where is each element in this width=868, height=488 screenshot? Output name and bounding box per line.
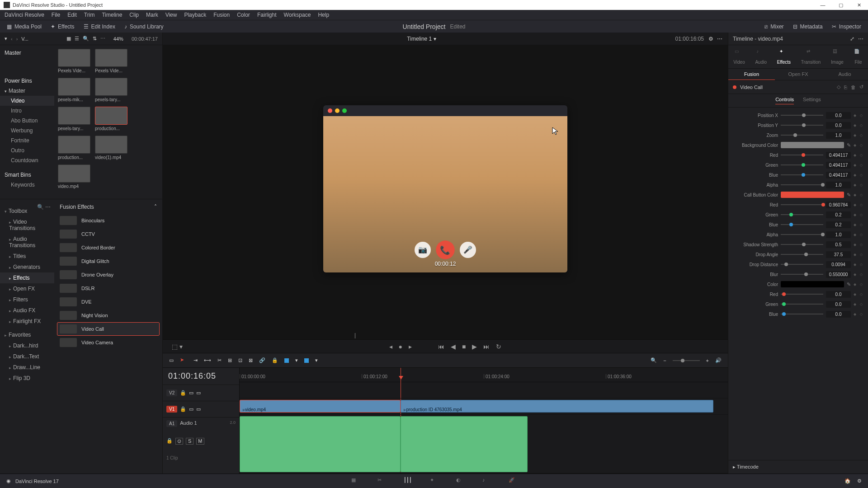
inspector-tab-transition[interactable]: ⇄Transition xyxy=(801,49,821,65)
param-position-x[interactable]: Position X0.0◆◇ xyxy=(733,110,863,120)
menu-workspace[interactable]: Workspace xyxy=(284,12,311,18)
ctrl-tab-controls[interactable]: Controls xyxy=(775,97,794,104)
track-header-v2[interactable]: V2 🔒 ▭ ▭ xyxy=(163,385,239,401)
ctrl-tab-settings[interactable]: Settings xyxy=(803,97,821,104)
zoom-slider[interactable] xyxy=(673,360,700,361)
param-red[interactable]: Red0.0◆◇ xyxy=(733,289,863,299)
effect-enable-dot[interactable] xyxy=(733,85,736,89)
menu-davinci-resolve[interactable]: DaVinci Resolve xyxy=(5,12,44,18)
fx-fav-item[interactable]: Draw...Line xyxy=(0,362,54,373)
dynamic-trim-icon[interactable]: ⟷ xyxy=(204,357,211,363)
marker-icon[interactable] xyxy=(304,358,309,363)
param-blur[interactable]: Blur0.550000◆◇ xyxy=(733,269,863,279)
param-zoom[interactable]: Zoom1.0◆◇ xyxy=(733,130,863,140)
clip-item[interactable]: Pexels Vide... xyxy=(95,49,127,73)
fx-cat-audio-fx[interactable]: Audio FX xyxy=(0,305,54,316)
timeline-clip-production[interactable]: ▹production ID 4763035.mp4 xyxy=(401,400,713,413)
trim-tool-icon[interactable]: ⇥ xyxy=(193,357,198,363)
param-red[interactable]: Red0.960784◆◇ xyxy=(733,200,863,210)
link-icon[interactable]: 🔗 xyxy=(259,357,265,363)
menu-fusion[interactable]: Fusion xyxy=(213,12,230,18)
page-cut-icon[interactable]: ✂ xyxy=(377,477,386,485)
timeline-audio-clip-2[interactable] xyxy=(401,416,528,472)
effect-trash-icon[interactable]: 🗑 xyxy=(851,84,856,90)
blade-tool-icon[interactable]: ✂ xyxy=(217,357,222,363)
menu-fairlight[interactable]: Fairlight xyxy=(257,12,277,18)
bin-fortnite[interactable]: Fortnite xyxy=(0,136,54,145)
page-color-icon[interactable]: ◐ xyxy=(456,477,464,485)
fx-cat-video-transitions[interactable]: Video Transitions xyxy=(0,216,54,234)
fx-item-night-vision[interactable]: Night Vision xyxy=(57,309,160,322)
clip-item[interactable]: pexels-mik... xyxy=(58,78,90,102)
param-call-button-color[interactable]: Call Button Color✎◆◇ xyxy=(733,190,863,200)
fx-item-drone-overlay[interactable]: Drone Overlay xyxy=(57,268,160,282)
subtab-audio[interactable]: Audio xyxy=(821,69,868,80)
step-back-icon[interactable]: ◀ xyxy=(451,343,456,350)
track-header-v1[interactable]: V1 🔒▭▭ xyxy=(163,401,239,417)
fx-fav-item[interactable]: Dark...Text xyxy=(0,351,54,362)
fx-item-cctv[interactable]: CCTV xyxy=(57,227,160,241)
tl-view-icon[interactable]: ▭ xyxy=(169,357,174,363)
fx-cat-audio-transitions[interactable]: Audio Transitions xyxy=(0,234,54,251)
bin-abo button[interactable]: Abo Button xyxy=(0,116,54,126)
fx-cat-effects[interactable]: Effects xyxy=(0,272,54,283)
effect-keyframe-icon[interactable]: ◇ xyxy=(837,84,840,90)
param-green[interactable]: Green0.494117◆◇ xyxy=(733,160,863,170)
fx-cat-fairlight-fx[interactable]: Fairlight FX xyxy=(0,316,54,327)
bin-outro[interactable]: Outro xyxy=(0,145,54,155)
smart-bin-keywords[interactable]: Keywords xyxy=(0,180,54,190)
timeline-audio-clip-1[interactable] xyxy=(240,416,401,472)
zoom-in-icon[interactable]: + xyxy=(706,358,709,363)
effect-versions-icon[interactable]: ⎘ xyxy=(844,84,847,90)
mark-icon[interactable]: ● xyxy=(399,343,402,350)
edit-index-toggle[interactable]: ☰Edit Index xyxy=(84,23,115,30)
viewer-menu-icon[interactable]: ⋯ xyxy=(717,36,722,42)
insert-icon[interactable]: ⊞ xyxy=(228,357,232,363)
page-deliver-icon[interactable]: 🚀 xyxy=(509,477,517,485)
go-start-icon[interactable]: ⏮ xyxy=(438,343,444,350)
fx-list-collapse-icon[interactable]: ˄ xyxy=(154,204,157,210)
menu-mark[interactable]: Mark xyxy=(146,12,158,18)
timeline-name[interactable]: Timeline 1 xyxy=(407,36,432,42)
page-fusion-icon[interactable]: ✦ xyxy=(430,477,438,485)
home-icon[interactable]: 🏠 xyxy=(844,478,851,484)
menu-help[interactable]: Help xyxy=(318,12,329,18)
menu-file[interactable]: File xyxy=(52,12,60,18)
timecode-section[interactable]: ▸ Timecode xyxy=(733,464,759,469)
fx-item-dve[interactable]: DVE xyxy=(57,295,160,309)
inspector-tab-file[interactable]: 📄File xyxy=(854,49,863,65)
inspector-toggle[interactable]: ✂Inspector xyxy=(832,23,861,30)
clip-item[interactable]: pexels-tary... xyxy=(58,107,90,131)
param-background-color[interactable]: Background Color✎◆◇ xyxy=(733,140,863,150)
mixer-toggle[interactable]: ⎚Mixer xyxy=(764,23,783,30)
bin-werbung[interactable]: Werbung xyxy=(0,126,54,136)
page-fairlight-icon[interactable]: ♪ xyxy=(482,477,491,485)
sound-library-toggle[interactable]: ♪Sound Library xyxy=(124,23,164,30)
zoom-search-icon[interactable]: 🔍 xyxy=(651,357,657,363)
clip-item[interactable]: video(1).mp4 xyxy=(95,136,127,160)
param-color[interactable]: Color✎◆◇ xyxy=(733,279,863,289)
nav-fwd-icon[interactable]: › xyxy=(16,36,18,42)
clip-item[interactable]: production... xyxy=(95,107,127,131)
selection-tool-icon[interactable]: ➤ xyxy=(180,357,187,364)
bin-intro[interactable]: Intro xyxy=(0,106,54,116)
param-drop-distance[interactable]: Drop Distance0.0094◆◇ xyxy=(733,259,863,269)
clip-item[interactable]: Pexels Vide... xyxy=(58,49,90,73)
view-list-icon[interactable]: ☰ xyxy=(75,36,79,42)
power-bin-master[interactable]: Master xyxy=(0,86,54,96)
viewer[interactable]: 📷 📞 🎤 00:00:12 xyxy=(163,45,728,332)
effects-toggle[interactable]: ✦Effects xyxy=(51,23,74,30)
inspector-expand-icon[interactable]: ⤢ xyxy=(850,36,854,42)
fx-item-video-camera[interactable]: Video Camera xyxy=(57,336,160,349)
volume-icon[interactable]: 🔊 xyxy=(715,357,722,363)
media-pool-toggle[interactable]: ▦Media Pool xyxy=(7,23,42,30)
track-enable-icon[interactable]: ▭ xyxy=(196,390,201,396)
param-green[interactable]: Green0.2◆◇ xyxy=(733,210,863,220)
fx-fav-item[interactable]: Flip 3D xyxy=(0,373,54,384)
stop-icon[interactable]: ■ xyxy=(462,343,466,350)
page-media-icon[interactable]: ▦ xyxy=(351,477,359,485)
inspector-tab-effects[interactable]: ✦Effects xyxy=(777,49,791,65)
param-blue[interactable]: Blue0.494117◆◇ xyxy=(733,170,863,180)
param-green[interactable]: Green0.0◆◇ xyxy=(733,299,863,309)
effect-reset-icon[interactable]: ↺ xyxy=(859,84,863,90)
